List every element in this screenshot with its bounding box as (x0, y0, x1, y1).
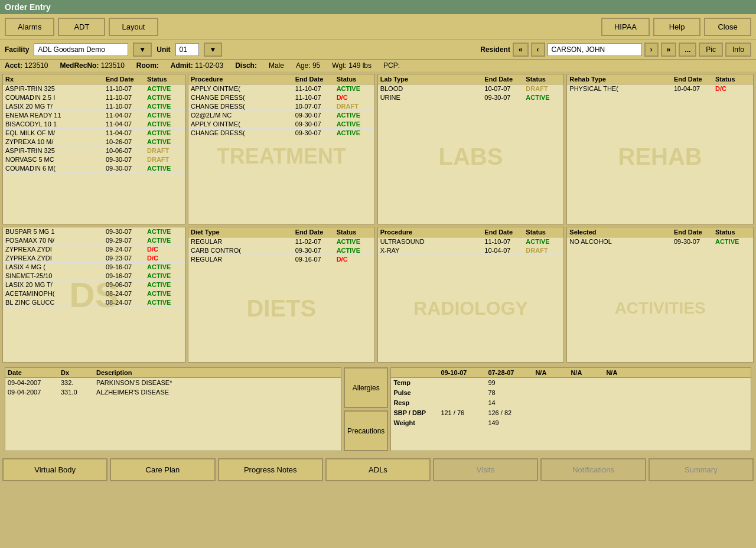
next-resident-button[interactable]: › (644, 43, 659, 57)
title-bar: Order Entry (0, 0, 756, 14)
treatment-col-proc: Procedure (191, 76, 295, 83)
lab-table-row[interactable]: URINE09-30-07ACTIVE (378, 93, 564, 102)
labs-panel: Lab Type End Date Status BLOOD10-07-07DR… (377, 74, 565, 224)
app-title: Order Entry (5, 2, 51, 12)
rx-table-row[interactable]: COUMADIN 2.5 I11-10-07ACTIVE (3, 93, 185, 102)
last-resident-button[interactable]: » (661, 43, 677, 57)
diag-rows: 09-04-2007332.PARKINSON'S DISEASE*09-04-… (5, 378, 341, 397)
rx-table-row[interactable]: LASIX 20 MG T/09-06-07ACTIVE (3, 280, 185, 289)
wgt-label: Wgt: (332, 61, 347, 70)
diag-col-dx: Dx (61, 369, 96, 376)
treatment-table-row[interactable]: APPLY OINTME(09-30-07ACTIVE (188, 120, 374, 129)
rx-header: Rx End Date Status (3, 74, 185, 84)
treatment-table-row[interactable]: CHANGE DRESS(11-10-07D/C (188, 93, 374, 102)
radiology-rows: ULTRASOUND11-10-07ACTIVEX-RAY10-04-07DRA… (378, 237, 564, 255)
rx-table-row[interactable]: ZYPREXA ZYDI09-23-07D/C (3, 254, 185, 263)
close-button[interactable]: Close (704, 18, 751, 36)
pcp-label: PCP: (383, 61, 400, 70)
rehab-table-row[interactable]: PHYSICAL THE(10-04-07D/C (567, 84, 753, 93)
diet-table-row[interactable]: REGULAR11-02-07ACTIVE (188, 237, 374, 246)
notifications-button[interactable]: Notifications (540, 458, 646, 481)
diet-col-date: End Date (295, 229, 337, 236)
rx-table-row[interactable]: SINEMET-25/1009-16-07ACTIVE (3, 272, 185, 280)
help-button[interactable]: Help (653, 18, 700, 36)
radiology-table-row[interactable]: X-RAY10-04-07DRAFT (378, 246, 564, 255)
adt-button[interactable]: ADT (58, 18, 105, 36)
treatment-col-date: End Date (295, 76, 337, 83)
rx-table-row[interactable]: LASIX 4 MG (09-16-07ACTIVE (3, 263, 185, 272)
rx-col-date: End Date (106, 76, 147, 83)
layout-button[interactable]: Layout (109, 18, 158, 36)
rx-table-row[interactable]: ACETAMINOPH(08-24-07ACTIVE (3, 289, 185, 298)
vitals-date4: N/A (571, 369, 606, 376)
info-button[interactable]: Info (725, 43, 751, 57)
treatment-table-row[interactable]: O2@2L/M NC09-30-07ACTIVE (188, 111, 374, 120)
resident-label: Resident (480, 45, 510, 54)
treatment-table-row[interactable]: CHANGE DRESS(09-30-07ACTIVE (188, 129, 374, 138)
rx-table-row[interactable]: ASPIR-TRIN 32511-10-07ACTIVE (3, 84, 185, 93)
facility-label: Facility (5, 45, 29, 54)
rx-table-row[interactable]: EQL MILK OF M/11-04-07ACTIVE (3, 129, 185, 138)
room-label: Room: (136, 61, 159, 70)
lab-table-row[interactable]: BLOOD10-07-07DRAFT (378, 84, 564, 93)
diet-table-row[interactable]: CARB CONTRO(09-30-07ACTIVE (188, 246, 374, 255)
rehab-header: Rehab Type End Date Status (567, 74, 753, 84)
disch-label: Disch: (235, 61, 257, 70)
prev-resident-button[interactable]: ‹ (531, 43, 545, 57)
activities-watermark: ACTIVITIES (567, 299, 753, 318)
rehab-col-type: Rehab Type (569, 76, 674, 83)
vitals-date3: N/A (535, 369, 571, 376)
rx-table-row[interactable]: LASIX 20 MG T/11-10-07ACTIVE (3, 102, 185, 111)
rx-table-row[interactable]: FOSAMAX 70 N/09-29-07ACTIVE (3, 236, 185, 245)
activities-table-row[interactable]: NO ALCOHOL09-30-07ACTIVE (567, 237, 753, 246)
radiology-table-row[interactable]: ULTRASOUND11-10-07ACTIVE (378, 237, 564, 246)
rx-table-row[interactable]: BL ZINC GLUCC08-24-07ACTIVE (3, 298, 185, 307)
rehab-col-status: Status (715, 76, 751, 83)
age: Age: 95 (296, 61, 320, 70)
rx-table-row[interactable]: COUMADIN 6 M(09-30-07ACTIVE (3, 164, 185, 173)
unit-input[interactable] (175, 43, 199, 56)
progress-notes-button[interactable]: Progress Notes (218, 458, 323, 481)
pic-button[interactable]: Pic (699, 43, 723, 57)
virtual-body-button[interactable]: Virtual Body (2, 458, 107, 481)
rx-table-row[interactable]: ENEMA READY 1111-04-07ACTIVE (3, 111, 185, 120)
alarms-button[interactable]: Alarms (5, 18, 54, 36)
treatment-table-row[interactable]: CHANGE DRESS(10-07-07DRAFT (188, 102, 374, 111)
rx-table-row[interactable]: NORVASC 5 MC09-30-07DRAFT (3, 155, 185, 164)
more-resident-button[interactable]: ... (679, 43, 696, 57)
labs-col-type: Lab Type (380, 76, 485, 83)
treatment-table-row[interactable]: APPLY OINTME(11-10-07ACTIVE (188, 84, 374, 93)
rx-table-row[interactable]: BISACODYL 10 111-04-07ACTIVE (3, 120, 185, 129)
vitals-label-col (393, 369, 441, 376)
adls-button[interactable]: ADLs (325, 458, 431, 481)
visits-button[interactable]: Visits (433, 458, 538, 481)
activities-panel: Selected End Date Status NO ALCOHOL09-30… (566, 227, 754, 363)
facility-dropdown[interactable]: ▼ (133, 43, 152, 57)
act-col-selected: Selected (569, 229, 674, 236)
vitals-date5: N/A (606, 369, 641, 376)
unit-dropdown[interactable]: ▼ (204, 43, 223, 57)
diag-table-row[interactable]: 09-04-2007332.PARKINSON'S DISEASE* (5, 378, 341, 387)
act-col-status: Status (715, 229, 751, 236)
rx-panel: Rx End Date Status ASPIR-TRIN 32511-10-0… (2, 74, 185, 224)
care-plan-button[interactable]: Care Plan (110, 458, 215, 481)
rx-table-row[interactable]: BUSPAR 5 MG 109-30-07ACTIVE (3, 227, 185, 236)
radiology-panel: Procedure End Date Status ULTRASOUND11-1… (377, 227, 565, 363)
first-resident-button[interactable]: « (513, 43, 529, 57)
rx-table-row[interactable]: ASPIR-TRIN 32510-06-07DRAFT (3, 146, 185, 155)
diet-watermark: DIETS (188, 295, 374, 321)
diet-table-row[interactable]: REGULAR09-16-07D/C (188, 255, 374, 264)
resident-input[interactable] (548, 43, 642, 56)
rx-table-row[interactable]: ZYPREXA 10 M/10-26-07ACTIVE (3, 138, 185, 146)
treatment-watermark: TREATMENT (188, 144, 374, 169)
precautions-button[interactable]: Precautions (344, 410, 388, 451)
weight-value: 149 lbs (348, 61, 372, 70)
hipaa-button[interactable]: HIPAA (601, 18, 650, 36)
diag-table-row[interactable]: 09-04-2007331.0ALZHEIMER'S DISEASE (5, 387, 341, 397)
summary-button[interactable]: Summary (649, 458, 754, 481)
rad-col-status: Status (526, 229, 561, 236)
facility-input[interactable] (34, 43, 128, 56)
rehab-watermark: REHAB (567, 143, 753, 170)
rx-table-row[interactable]: ZYPREXA ZYDI09-24-07D/C (3, 245, 185, 254)
allergies-button[interactable]: Allergies (344, 367, 388, 408)
